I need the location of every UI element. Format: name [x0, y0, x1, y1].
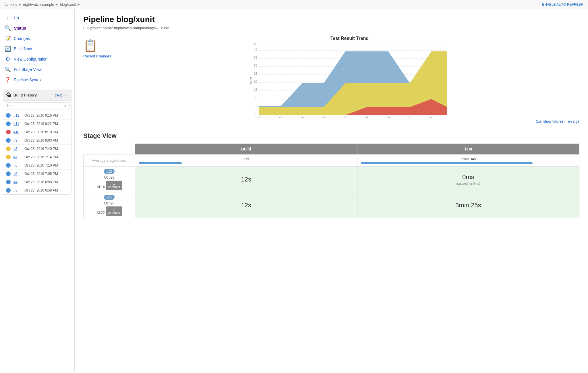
build-history-label: Build History — [13, 93, 37, 97]
sidebar-item-status[interactable]: 🔍 Status — [0, 23, 74, 33]
svg-text:#4: #4 — [279, 116, 283, 118]
avg-time-test-cell: 1min 34s — [357, 154, 579, 167]
sidebar-item-changes-label: Changes — [14, 36, 30, 41]
content-area: Pipeline blog/xunit Full project name: n… — [75, 9, 588, 372]
build-list-item: #6 Oct 28, 2016 7:10 PM — [3, 161, 71, 170]
stage-table: Build Test Average stage times: 11s 1min… — [83, 144, 579, 218]
recent-changes-icon: 📋 — [83, 39, 98, 52]
sidebar-item-view-configuration[interactable]: ⚙ View Configuration — [0, 54, 74, 64]
avg-times-row: Average stage times: 11s 1min 34s — [84, 154, 579, 167]
build-date: Oct 28, 2016 8:03 PM — [24, 138, 58, 142]
search-icon-status: 🔍 — [5, 25, 11, 31]
svg-text:#3: #3 — [258, 116, 261, 118]
build-status-dot — [6, 130, 11, 134]
help-icon: ❓ — [5, 77, 11, 83]
avg-time-test-val: 1min 34s — [361, 157, 576, 161]
table-row: #11 Oct 28 13:22 1commits 12s 3min 25s — [84, 192, 579, 218]
build-number-link[interactable]: #11 — [13, 122, 22, 126]
build-date: Oct 28, 2016 7:14 PM — [24, 155, 58, 159]
search-clear-icon[interactable]: ✕ — [64, 104, 67, 108]
breadcrumb-jenkins[interactable]: Jenkins — [5, 2, 17, 7]
build-number-link[interactable]: #9 — [13, 138, 22, 142]
page-title: Pipeline blog/xunit — [83, 15, 579, 24]
build-number-link[interactable]: #5 — [13, 172, 22, 176]
just-show-failures-link[interactable]: (just show failures) — [536, 119, 564, 123]
dash-button[interactable]: — — [64, 93, 68, 98]
chart-actions: (just show failures) enlarge — [120, 119, 579, 123]
build-history-header: 🌤 Build History trend — — [3, 90, 71, 101]
svg-text:0: 0 — [256, 113, 257, 116]
svg-text:25: 25 — [254, 72, 257, 75]
stage-col-test: Test — [357, 144, 579, 154]
chart-title: Test Result Trend — [120, 36, 579, 41]
build-list-item: #3 Oct 28, 2016 6:58 PM — [3, 186, 71, 194]
build-info-12: #12 Oct 28 14:16 1commits — [84, 167, 135, 192]
sidebar-item-full-stage-view-label: Full Stage View — [14, 67, 42, 72]
chart-col: Test Result Trend 0 5 10 15 20 25 30 35 … — [120, 36, 579, 123]
build-status-dot — [6, 155, 11, 159]
svg-text:20: 20 — [254, 80, 257, 83]
build-list-item: #9 Oct 28, 2016 8:03 PM — [3, 136, 71, 145]
search-icon-stage: 🔍 — [5, 66, 11, 73]
build-number-link[interactable]: #10 — [13, 130, 22, 134]
sidebar-item-changes[interactable]: 📝 Changes — [0, 33, 74, 44]
breadcrumb-sep-3: ▶ — [78, 3, 80, 6]
stage-view-title: Stage View — [83, 132, 579, 140]
build-history-title: 🌤 Build History — [6, 92, 37, 98]
build-badge-11[interactable]: #11 — [104, 195, 114, 200]
build-status-dot — [6, 113, 11, 118]
breadcrumb-blog-xunit[interactable]: blog/xunit — [60, 2, 76, 7]
trend-link[interactable]: trend — [55, 93, 63, 97]
top-section: 📋 Recent Changes Test Result Trend 0 5 1… — [83, 36, 579, 123]
weather-icon: 🌤 — [6, 92, 11, 98]
sidebar-item-full-stage-view[interactable]: 🔍 Full Stage View — [0, 64, 74, 75]
build-search-input[interactable] — [5, 103, 69, 109]
build-date: Oct 28, 2016 7:05 PM — [24, 172, 58, 176]
sidebar-item-view-configuration-label: View Configuration — [14, 57, 47, 61]
test-result-chart: 0 5 10 15 20 25 30 35 40 45 count — [120, 43, 579, 118]
sidebar-item-build-now-label: Build Now — [14, 47, 32, 51]
build-date: Oct 28, 2016 8:22 PM — [24, 122, 58, 126]
auto-refresh-link[interactable]: ENABLE AUTO REFRESH — [542, 3, 583, 7]
build-badge-12[interactable]: #12 — [104, 169, 114, 174]
build-history-section: 🌤 Build History trend — ✕ #12 Oct 28, 20… — [3, 90, 71, 195]
sidebar: ↑ Up 🔍 Status 📝 Changes 🔄 Build Now ⚙ Vi… — [0, 9, 75, 372]
recent-changes-link[interactable]: Recent Changes — [83, 54, 111, 58]
build-list-item: #10 Oct 28, 2016 8:10 PM — [3, 128, 71, 136]
svg-text:45: 45 — [254, 43, 257, 46]
sidebar-item-build-now[interactable]: 🔄 Build Now — [0, 44, 74, 54]
build-status-dot — [6, 163, 11, 168]
build-number-link[interactable]: #12 — [13, 113, 22, 117]
build-number-link[interactable]: #6 — [13, 163, 22, 167]
stage-test-time-12: 0ms (paused for 0ms) — [357, 167, 579, 192]
recent-changes-col: 📋 Recent Changes — [83, 36, 111, 123]
sidebar-item-up-label: Up — [14, 16, 19, 20]
table-row: #12 Oct 28 14:16 1commits 12s 0ms (pause… — [84, 167, 579, 192]
build-date-11: Oct 28 — [104, 201, 114, 205]
build-now-icon: 🔄 — [5, 46, 11, 52]
commits-badge-11: 1commits — [106, 206, 122, 216]
build-number-link[interactable]: #4 — [13, 180, 22, 184]
build-list-item: #8 Oct 28, 2016 7:40 PM — [3, 145, 71, 153]
build-status-dot — [6, 138, 11, 143]
breadcrumb-nightwatch[interactable]: nightwatch-sample — [23, 2, 54, 7]
avg-time-build-cell: 11s — [135, 154, 357, 167]
project-name: Full project name: nightwatch-sample/blo… — [83, 26, 579, 30]
avg-time-build-val: 11s — [139, 157, 354, 161]
sidebar-item-pipeline-syntax[interactable]: ❓ Pipeline Syntax — [0, 75, 74, 85]
build-number-link[interactable]: #3 — [13, 188, 22, 192]
build-search-wrap: ✕ — [3, 101, 71, 111]
changes-icon: 📝 — [5, 35, 11, 42]
svg-text:35: 35 — [254, 56, 257, 59]
svg-text:#6: #6 — [322, 116, 326, 118]
build-date: Oct 28, 2016 9:16 PM — [24, 113, 58, 117]
build-status-dot — [6, 146, 11, 151]
build-number-link[interactable]: #7 — [13, 155, 22, 159]
enlarge-link[interactable]: enlarge — [568, 119, 579, 123]
build-number-link[interactable]: #8 — [13, 147, 22, 151]
stage-col-build: Build — [135, 144, 357, 154]
build-list-item: #5 Oct 28, 2016 7:05 PM — [3, 170, 71, 178]
build-date-12: Oct 28 — [104, 175, 114, 179]
sidebar-item-up[interactable]: ↑ Up — [0, 13, 74, 23]
svg-text:count: count — [249, 77, 252, 84]
